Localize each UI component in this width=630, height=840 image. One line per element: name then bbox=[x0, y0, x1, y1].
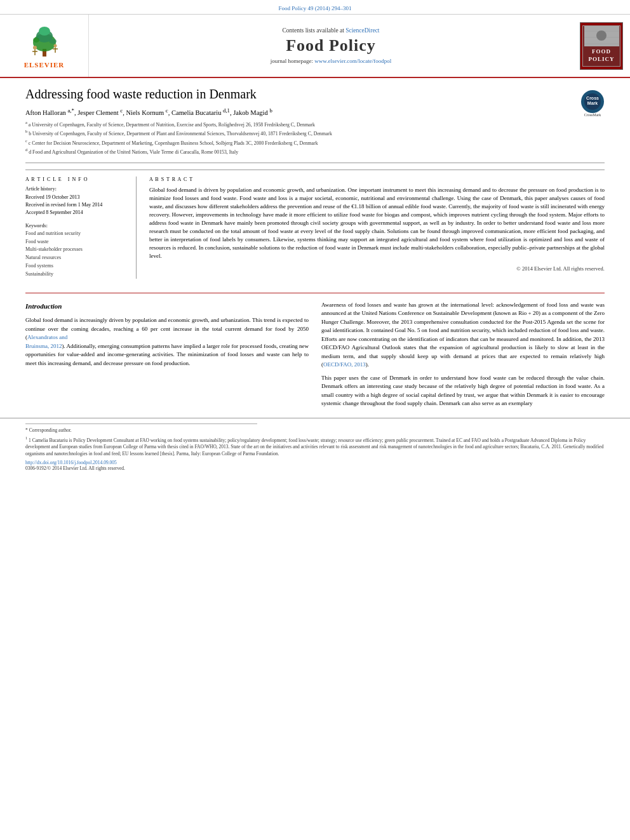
doi-text: http://dx.doi.org/10.1016/j.foodpol.2014… bbox=[25, 460, 605, 465]
introduction-col1: Introduction Global food demand is incre… bbox=[25, 301, 309, 413]
footnote-section: * Corresponding author. 1 1 Camelia Buca… bbox=[0, 418, 630, 472]
science-direct-notice: Contents lists available at ScienceDirec… bbox=[282, 27, 379, 34]
keyword-5: Food systems bbox=[25, 262, 128, 270]
issn-text: 0306-9192/© 2014 Elsevier Ltd. All right… bbox=[25, 465, 605, 471]
svg-point-10 bbox=[33, 37, 39, 43]
food-policy-logo-area: FOOD POLICY bbox=[573, 15, 630, 77]
keywords-list: Food and nutrition security Food waste M… bbox=[25, 230, 128, 279]
affiliations: a a University of Copenhagen, Faculty of… bbox=[25, 119, 605, 156]
abstract-title: A B S T R A C T bbox=[149, 177, 605, 182]
journal-title: Food Policy bbox=[286, 36, 376, 55]
elsevier-tree-icon bbox=[22, 23, 67, 58]
abstract-text: Global food demand is driven by populati… bbox=[149, 186, 605, 260]
accepted-date: Accepted 8 September 2014 bbox=[25, 209, 128, 217]
svg-point-4 bbox=[33, 46, 37, 50]
received-date: Received 19 October 2013 bbox=[25, 194, 128, 201]
svg-text:Cross: Cross bbox=[586, 96, 599, 100]
footnote-divider bbox=[25, 423, 257, 424]
article-info-title: A R T I C L E I N F O bbox=[25, 177, 128, 182]
author-niels: Niels Kornum c, bbox=[126, 109, 171, 116]
introduction-col2: Awareness of food losses and waste has g… bbox=[321, 301, 605, 413]
crossmark-label: CrossMark bbox=[584, 113, 601, 117]
author-jesper: Jesper Clement c, bbox=[77, 109, 126, 116]
intro-para-2: Awareness of food losses and waste has g… bbox=[321, 301, 605, 370]
science-direct-link[interactable]: ScienceDirect bbox=[345, 27, 379, 34]
journal-homepage: journal homepage: www.elsevier.com/locat… bbox=[271, 58, 391, 64]
keyword-6: Sustainability bbox=[25, 270, 128, 279]
homepage-url[interactable]: www.elsevier.com/locate/foodpol bbox=[314, 58, 391, 64]
keywords-label: Keywords: bbox=[25, 223, 128, 229]
keyword-2: Food waste bbox=[25, 238, 128, 246]
keyword-4: Natural resources bbox=[25, 254, 128, 262]
crossmark-icon: Cross Mark bbox=[581, 90, 604, 113]
keywords-section: Keywords: Food and nutrition security Fo… bbox=[25, 223, 128, 279]
food-policy-logo: FOOD POLICY bbox=[580, 22, 623, 70]
abstract-column: A B S T R A C T Global food demand is dr… bbox=[149, 177, 605, 279]
article-body: A R T I C L E I N F O Article history: R… bbox=[25, 170, 605, 279]
article-title-section: Addressing food waste reduction in Denma… bbox=[25, 87, 605, 163]
affiliation-d: d d Food and Agricultural Organization o… bbox=[25, 147, 605, 156]
journal-title-area: Contents lists available at ScienceDirec… bbox=[89, 15, 573, 77]
revised-date: Received in revised form 1 May 2014 bbox=[25, 201, 128, 209]
author-jakob: Jakob Magid b bbox=[233, 109, 272, 116]
affiliation-b: b b University of Copenhagen, Faculty of… bbox=[25, 128, 605, 138]
footnote-1: 1 1 Camelia Bucatariu is Policy Developm… bbox=[25, 436, 605, 457]
author-camelia: Camelia Bucatariu d,1, bbox=[171, 109, 233, 116]
intro-para-3: This paper uses the case of Denmark in o… bbox=[321, 374, 605, 408]
svg-point-3 bbox=[39, 27, 50, 36]
elsevier-logo: ELSEVIER bbox=[22, 23, 67, 69]
section-divider bbox=[25, 293, 605, 293]
introduction-section: Introduction Global food demand is incre… bbox=[0, 301, 630, 413]
article-history: Article history: Received 19 October 201… bbox=[25, 185, 128, 217]
doi-link[interactable]: http://dx.doi.org/10.1016/j.foodpol.2014… bbox=[25, 460, 117, 465]
elsevier-wordmark: ELSEVIER bbox=[24, 61, 65, 69]
svg-point-16 bbox=[596, 30, 607, 41]
history-label: Article history: bbox=[25, 185, 128, 192]
journal-reference: Food Policy 49 (2014) 294–301 bbox=[0, 0, 630, 15]
keyword-3: Multi-stakeholder processes bbox=[25, 246, 128, 254]
corresponding-author-note: * Corresponding author. bbox=[25, 427, 605, 434]
page: Food Policy 49 (2014) 294–301 bbox=[0, 0, 630, 840]
svg-text:Mark: Mark bbox=[587, 101, 598, 105]
author-afton: Afton Halloran a,*, bbox=[25, 109, 77, 116]
alexandratos-link[interactable]: Alexandratos andBruinsma, 2012 bbox=[25, 334, 67, 349]
keyword-1: Food and nutrition security bbox=[25, 230, 128, 238]
affiliation-c: c c Center for Decision Neuroscience, De… bbox=[25, 138, 605, 147]
svg-point-11 bbox=[49, 39, 57, 44]
article-title: Addressing food waste reduction in Denma… bbox=[25, 87, 605, 102]
publisher-logo-area: ELSEVIER bbox=[0, 15, 89, 77]
journal-ref-text: Food Policy 49 (2014) 294–301 bbox=[278, 5, 351, 11]
article-info-column: A R T I C L E I N F O Article history: R… bbox=[25, 177, 137, 279]
article-authors: Afton Halloran a,*, Jesper Clement c, Ni… bbox=[25, 107, 605, 116]
copyright: © 2014 Elsevier Ltd. All rights reserved… bbox=[149, 265, 605, 272]
affiliation-a: a a University of Copenhagen, Faculty of… bbox=[25, 119, 605, 129]
oecd-fao-link[interactable]: OECD/FAO, 2013 bbox=[323, 361, 366, 368]
svg-point-7 bbox=[53, 44, 57, 47]
main-content: Addressing food waste reduction in Denma… bbox=[0, 78, 630, 285]
intro-para-1: Global food demand is increasingly drive… bbox=[25, 316, 309, 368]
introduction-heading: Introduction bbox=[25, 301, 309, 312]
journal-banner: ELSEVIER Contents lists available at Sci… bbox=[0, 15, 630, 78]
crossmark-badge: Cross Mark CrossMark bbox=[580, 90, 605, 114]
